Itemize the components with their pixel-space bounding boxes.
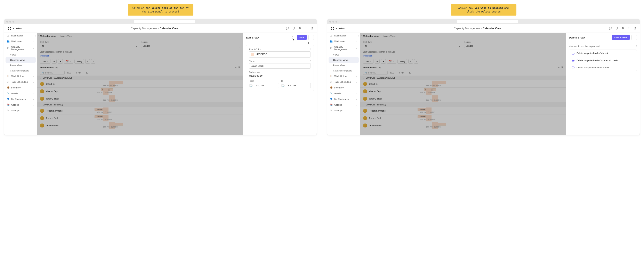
group-header[interactable]: ⌄ LONDON - MAINTENANCE (2) (37, 76, 243, 80)
refresh-link[interactable]: ⟳ Refresh (40, 55, 50, 57)
next-button[interactable]: › (91, 59, 96, 64)
user-icon[interactable] (310, 27, 314, 30)
sidebar-label: Assets (11, 92, 18, 95)
task-type-select[interactable]: All⌄ (363, 44, 462, 48)
sidebar-icon: 📦 (7, 86, 10, 89)
user-icon[interactable] (634, 27, 637, 30)
sidebar-item-dashboards[interactable]: ◫Dashboards⌄ (327, 33, 360, 38)
apps-icon[interactable] (304, 27, 308, 30)
delete-option-0[interactable]: Delete single technician's break (569, 50, 636, 57)
chevron-down-icon: ⌄ (33, 47, 34, 49)
event-color-input[interactable]: #FCDFCC (249, 51, 311, 58)
day-selector[interactable]: Day ⌄ (363, 59, 374, 64)
date-picker-button[interactable]: 📅 ⌄ (64, 59, 73, 64)
sidebar-item-calendar-view[interactable]: Calendar View (328, 57, 359, 63)
sidebar-item-settings[interactable]: ⚙Settings⌄ (4, 108, 37, 114)
sidebar-item-work-orders[interactable]: 📋Work Orders⌄ (327, 73, 360, 79)
location-icon[interactable] (292, 27, 295, 30)
bell-icon[interactable] (298, 27, 302, 30)
delete-button[interactable] (290, 35, 295, 40)
tab-points-view[interactable]: Points View (383, 35, 396, 39)
tab-calendar-view[interactable]: Calendar View (363, 35, 379, 39)
zoom-in-button[interactable]: + (381, 59, 386, 64)
url-bar[interactable] (457, 20, 518, 23)
delete-option-1[interactable]: Delete single technician's series of bre… (569, 57, 636, 64)
group-header[interactable]: ⌄ LONDON - BUILD (2) (37, 102, 243, 107)
chat-icon[interactable]: 💬 (286, 27, 289, 30)
group-header[interactable]: ⌄ LONDON - BUILD (2) (360, 102, 566, 107)
today-button[interactable]: Today (398, 59, 407, 64)
close-button[interactable] (632, 35, 637, 40)
filter-icon[interactable]: ≡ (235, 66, 236, 69)
sidebar-item-inventory[interactable]: 📦Inventory⌄ (4, 85, 37, 91)
sort-icon[interactable]: ⇅ (238, 66, 240, 69)
sidebar-icon: 👤 (330, 98, 333, 101)
sidebar-item-capacity-requests[interactable]: Capacity Requests (327, 68, 360, 73)
task-type-select[interactable]: All⌄ (40, 44, 139, 48)
close-button[interactable] (308, 35, 314, 40)
sidebar-item-settings[interactable]: ⚙Settings⌄ (327, 108, 360, 114)
sidebar-label: Workforce (11, 40, 22, 43)
sidebar-item-workforce[interactable]: 👥Workforce⌄ (4, 38, 37, 44)
location-icon[interactable] (615, 27, 618, 30)
zoom-in-button[interactable]: + (58, 59, 63, 64)
help-icon[interactable]: ? (310, 48, 311, 51)
sidebar-item-points-view[interactable]: Points View (327, 63, 360, 68)
sort-icon[interactable]: ⇅ (561, 66, 563, 69)
sidebar-item-catalog[interactable]: 📚Catalog⌄ (327, 102, 360, 108)
sidebar-item-task-scheduling[interactable]: 🗓Task Scheduling⌄ (327, 79, 360, 85)
delete-option-2[interactable]: Delete complete series of breaks (569, 64, 636, 71)
sidebar-item-assets[interactable]: 🔧Assets⌄ (327, 91, 360, 96)
sidebar-item-capacity-management[interactable]: ⚙Capacity Management⌄ (4, 44, 37, 52)
prev-button[interactable]: ‹ (85, 59, 90, 64)
sidebar-item-capacity-requests[interactable]: Capacity Requests (4, 68, 37, 73)
chevron-down-icon: ⌄ (40, 104, 42, 106)
sidebar-item-inventory[interactable]: 📦Inventory⌄ (327, 85, 360, 91)
svg-point-18 (628, 27, 628, 28)
today-button[interactable]: Today (74, 59, 84, 64)
filter-icon[interactable]: ≡ (558, 66, 560, 69)
apps-icon[interactable] (628, 27, 631, 30)
to-input[interactable]: 3:30 PM (286, 83, 311, 88)
search-input[interactable]: 🔍Search... (40, 71, 64, 75)
zoom-out-button[interactable]: − (375, 59, 380, 64)
url-bar[interactable] (134, 20, 195, 23)
next-button[interactable]: › (414, 59, 418, 64)
tab-calendar-view[interactable]: Calendar View (40, 35, 56, 39)
sidebar-item-my-customers[interactable]: 👤My Customers⌄ (327, 96, 360, 102)
group-header[interactable]: ⌄ LONDON - MAINTENANCE (2) (360, 76, 566, 80)
shift-time: 9:00 AM - 6:00 PM (103, 99, 118, 101)
from-input[interactable]: 2:00 PM (254, 83, 279, 88)
bell-icon[interactable] (621, 27, 624, 30)
prev-button[interactable]: ‹ (408, 59, 413, 64)
name-input[interactable] (249, 63, 311, 69)
date-picker-button[interactable]: 📅 ⌄ (387, 59, 396, 64)
sidebar-item-calendar-view[interactable]: Calendar View (6, 57, 36, 63)
sidebar-item-my-customers[interactable]: 👤My Customers⌄ (4, 96, 37, 102)
delete-confirm-button[interactable]: DeleteDelete (612, 35, 630, 40)
chevron-down-icon: ⌄ (356, 92, 358, 94)
sidebar-item-assets[interactable]: 🔧Assets⌄ (4, 91, 37, 96)
sidebar-item-points-view[interactable]: Points View (4, 63, 37, 68)
sidebar-item-catalog[interactable]: 📚Catalog⌄ (4, 102, 37, 108)
sidebar-item-task-scheduling[interactable]: 🗓Task Scheduling⌄ (4, 79, 37, 85)
chat-icon[interactable]: 💬 (609, 27, 612, 30)
sidebar-item-dashboards[interactable]: ◫Dashboards⌄ (4, 33, 37, 38)
refresh-link[interactable]: ⟳ Refresh (363, 55, 372, 57)
help-icon[interactable]: ? (636, 45, 637, 47)
sidebar-item-views[interactable]: Views (4, 52, 37, 57)
avatar (363, 97, 367, 101)
day-selector[interactable]: Day ⌄ (40, 59, 50, 64)
zoom-out-button[interactable]: − (52, 59, 56, 64)
tab-points-view[interactable]: Points View (60, 35, 72, 39)
shift-time: 9:00 AM - 6:00 PM (103, 126, 118, 128)
sidebar-item-capacity-management[interactable]: ⚙Capacity Management⌄ (327, 44, 360, 52)
sidebar-item-work-orders[interactable]: 📋Work Orders⌄ (4, 73, 37, 79)
region-select[interactable]: London (141, 44, 240, 48)
save-button[interactable]: Save (297, 35, 307, 40)
sidebar-item-views[interactable]: Views (327, 52, 360, 57)
help-icon[interactable]: ? (310, 60, 311, 62)
sidebar-item-workforce[interactable]: 👥Workforce⌄ (327, 38, 360, 44)
region-select[interactable]: London (464, 44, 563, 48)
search-input[interactable]: 🔍Search... (363, 71, 388, 75)
